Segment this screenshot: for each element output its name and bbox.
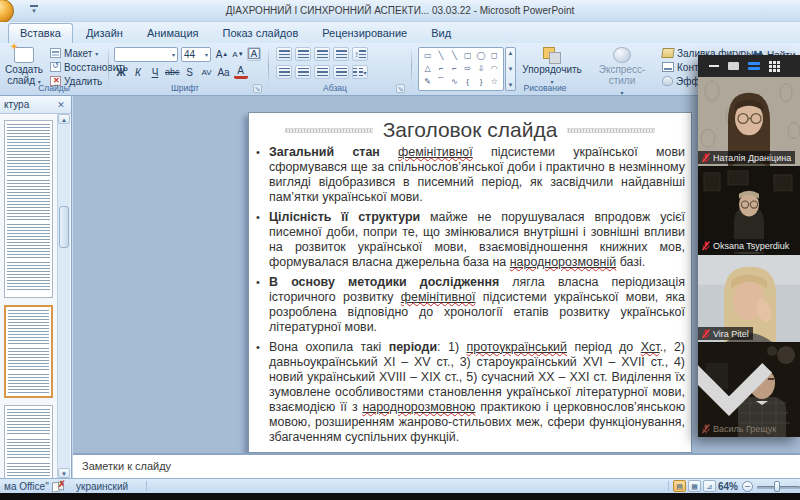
tab-design[interactable]: Дизайн bbox=[75, 24, 134, 43]
grow-font-button[interactable]: А▲ bbox=[215, 47, 229, 61]
gallery-view-icon[interactable] bbox=[769, 61, 780, 72]
shape-icon[interactable]: ⌐ bbox=[439, 65, 444, 73]
slide-bullet: •Вона охопила такі періоди: 1) протоукра… bbox=[256, 340, 685, 446]
bold-button[interactable]: Ж bbox=[114, 65, 128, 79]
shape-icon[interactable]: ╲ bbox=[439, 52, 444, 60]
scroll-down-icon: ▼ bbox=[508, 66, 514, 72]
participant-video-1[interactable]: Наталія Драніцина bbox=[698, 77, 800, 167]
clear-formatting-button[interactable]: 🄰 bbox=[247, 47, 261, 61]
italic-button[interactable]: К bbox=[131, 65, 145, 79]
scroll-up-icon[interactable]: ▲ bbox=[58, 114, 70, 124]
tab-slideshow[interactable]: Показ слайдов bbox=[212, 24, 310, 43]
shape-icon[interactable]: } bbox=[480, 78, 483, 86]
shapes-gallery[interactable]: ▭╲╲▢◯◻△⌐⌐⇨⇩◠✎⌒∿{}☆ bbox=[418, 47, 504, 91]
align-center-button[interactable] bbox=[295, 65, 311, 79]
zoom-out-button[interactable]: – bbox=[742, 481, 753, 492]
shape-effects-icon bbox=[662, 76, 673, 86]
slide-thumbnail-2-selected[interactable] bbox=[4, 305, 53, 398]
close-pane-icon[interactable]: ✕ bbox=[55, 100, 67, 110]
language-indicator[interactable]: украинский bbox=[76, 481, 128, 492]
group-divider bbox=[268, 47, 269, 85]
bullet-marker: • bbox=[256, 210, 269, 270]
scroll-down-icon[interactable]: ▼ bbox=[58, 468, 70, 478]
shape-icon[interactable]: { bbox=[466, 78, 469, 86]
chevron-down-icon[interactable] bbox=[698, 343, 780, 434]
slide-sorter-view-button[interactable]: ▦ bbox=[688, 480, 701, 492]
participant-name: Vira Pitel bbox=[713, 329, 749, 339]
slide[interactable]: Заголовок слайда •Загальний стан фемініт… bbox=[248, 112, 692, 453]
zoom-slider-handle[interactable] bbox=[774, 481, 780, 492]
participant-video-2[interactable]: Oksana Tsyperdiuk bbox=[698, 167, 800, 255]
tab-insert[interactable]: Вставка bbox=[8, 23, 73, 43]
align-left-button[interactable] bbox=[276, 65, 292, 79]
shape-icon[interactable]: ⇨ bbox=[464, 65, 471, 73]
thumbnail-text bbox=[7, 439, 50, 459]
increase-indent-button[interactable] bbox=[333, 47, 349, 61]
shrink-font-button[interactable]: А▼ bbox=[231, 47, 245, 61]
chevron-down-icon: ▾ bbox=[95, 50, 98, 57]
tab-review[interactable]: Рецензирование bbox=[311, 24, 418, 43]
shape-icon[interactable]: ╲ bbox=[452, 52, 457, 60]
bullet-marker: • bbox=[256, 145, 269, 205]
scrollbar-thumb[interactable] bbox=[59, 206, 69, 248]
shape-icon[interactable]: ◻ bbox=[491, 52, 498, 60]
shape-icon[interactable]: △ bbox=[425, 65, 431, 73]
columns-button[interactable]: ▾ bbox=[352, 65, 368, 79]
font-dialog-launcher[interactable]: ⇘ bbox=[253, 84, 262, 93]
shape-icon[interactable]: ✎ bbox=[424, 78, 431, 86]
character-spacing-button[interactable]: AV bbox=[200, 65, 214, 79]
shape-icon[interactable]: ◠ bbox=[491, 65, 498, 73]
quick-access-toolbar-button[interactable]: ▾ bbox=[26, 3, 42, 18]
normal-view-button[interactable]: ▤ bbox=[673, 480, 686, 492]
zoom-level[interactable]: 64% bbox=[718, 481, 738, 492]
justify-button[interactable] bbox=[333, 65, 349, 79]
meeting-window[interactable]: Наталія Драніцина Oksana Tsyperdiuk bbox=[698, 55, 800, 437]
shape-icon[interactable]: ☆ bbox=[491, 78, 498, 86]
tab-view[interactable]: Вид bbox=[420, 24, 462, 43]
slide-bullet: •Загальний стан фемінітивної підсистеми … bbox=[256, 145, 685, 205]
office-button[interactable] bbox=[0, 0, 14, 23]
align-right-button[interactable] bbox=[314, 65, 330, 79]
group-label-drawing: Рисование bbox=[500, 83, 590, 93]
tab-animation[interactable]: Анимация bbox=[136, 24, 210, 43]
slideshow-view-button[interactable]: ⊿ bbox=[703, 480, 716, 492]
font-name-combo[interactable]: ▾ bbox=[114, 47, 178, 62]
slides-pane: ктура ✕ ▲ ▼ bbox=[0, 96, 72, 478]
numbering-button[interactable] bbox=[295, 47, 311, 61]
slide-thumbnail-1[interactable] bbox=[4, 120, 53, 298]
shape-icon[interactable]: ⌒ bbox=[437, 78, 445, 86]
notes-panel[interactable]: Заметки к слайду bbox=[73, 453, 800, 478]
screen-edge bbox=[0, 493, 800, 500]
speaker-view-icon[interactable] bbox=[748, 62, 760, 71]
notes-placeholder: Заметки к слайду bbox=[82, 460, 171, 472]
proofing-error-icon[interactable] bbox=[52, 481, 66, 491]
font-size-value: 44 bbox=[184, 49, 195, 60]
change-case-button[interactable]: Aa bbox=[217, 65, 231, 79]
shape-icon[interactable]: ⇩ bbox=[478, 65, 485, 73]
slide-thumbnail-3[interactable] bbox=[4, 405, 53, 478]
minimize-icon[interactable] bbox=[709, 65, 719, 67]
font-color-button[interactable]: А bbox=[234, 66, 248, 79]
font-size-combo[interactable]: 44▾ bbox=[181, 47, 211, 62]
text-shadow-button[interactable]: S bbox=[183, 65, 197, 79]
slide-title[interactable]: Заголовок слайда bbox=[373, 118, 568, 142]
slide-body-text[interactable]: •Загальний стан фемінітивної підсистеми … bbox=[256, 145, 685, 450]
shape-icon[interactable]: ▭ bbox=[424, 52, 432, 60]
bullets-button[interactable] bbox=[276, 47, 292, 61]
line-spacing-button[interactable]: ↕ bbox=[352, 47, 368, 61]
paragraph-dialog-launcher[interactable]: ⇘ bbox=[396, 84, 405, 93]
strikethrough-button[interactable]: abc bbox=[165, 65, 180, 79]
outline-tab-label[interactable]: ктура bbox=[4, 99, 29, 110]
shape-icon[interactable]: ◯ bbox=[477, 52, 486, 60]
shape-icon[interactable]: ▢ bbox=[464, 52, 472, 60]
restore-icon[interactable] bbox=[728, 62, 739, 70]
participant-video-3[interactable]: Vira Pitel bbox=[698, 255, 800, 343]
pane-scrollbar[interactable]: ▲ ▼ bbox=[57, 114, 70, 478]
quick-styles-button[interactable]: Экспресс-стили▾ bbox=[585, 45, 659, 101]
slide-bullet: •Цілісність її структури майже не порушу… bbox=[256, 210, 685, 270]
shape-icon[interactable]: ⌐ bbox=[452, 65, 457, 73]
underline-button[interactable]: Ч bbox=[148, 65, 162, 79]
decrease-indent-button[interactable] bbox=[314, 47, 330, 61]
participant-video-4[interactable]: Василь Грещук bbox=[698, 343, 800, 437]
shape-icon[interactable]: ∿ bbox=[451, 78, 458, 86]
